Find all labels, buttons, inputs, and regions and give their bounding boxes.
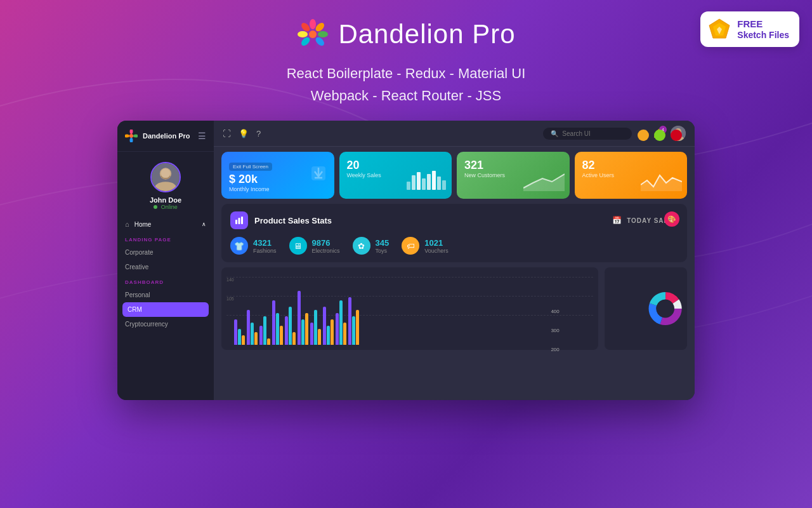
nav-label-corporate: Corporate [125,249,153,256]
bar-purple-4 [272,300,275,345]
bar-purple-6 [298,291,301,345]
window-maximize-button[interactable] [654,130,665,141]
bar-purple-8 [323,307,326,345]
bar-orange-7 [318,329,321,345]
sidebar-title: Dandelion Pro [143,132,190,140]
svg-rect-27 [417,172,421,190]
bar-group-9 [336,300,346,345]
product-stat-electronics: 🖥 9876 Electronics [289,237,340,255]
svg-marker-33 [523,174,565,191]
svg-point-3 [309,30,317,38]
expand-icon[interactable]: ⛶ [223,129,231,138]
product-stats: 👕 4321 Fashions 🖥 9876 Electronics [230,237,678,255]
vouchers-label: Vouchers [424,248,449,254]
svg-rect-31 [437,177,441,190]
bar-group-1 [234,319,245,345]
help-icon[interactable]: ? [256,129,261,138]
svg-point-10 [298,31,308,37]
donut-svg [648,277,682,340]
product-section-header: Product Sales Stats 📅 TODAY SALES 🎨 [230,211,678,229]
nav-item-creative[interactable]: Creative [117,260,214,274]
bar-orange-5 [292,332,296,345]
topbar: ⛶ 💡 ? 🔍 | 🔔 4 [214,121,695,147]
sidebar: Dandelion Pro ☰ John Doe Online [117,121,214,400]
electronics-label: Electronics [312,248,340,254]
svg-rect-29 [427,174,431,190]
vouchers-info: 1021 Vouchers [424,238,449,254]
bar-purple-10 [348,297,351,345]
window-close-button[interactable] [671,130,682,141]
chart-bar-icon [230,211,248,229]
customers-mini-chart [523,169,565,194]
stat-card-customers: 321 New Customers [457,152,570,199]
bar-orange-6 [305,313,308,345]
hamburger-icon[interactable]: ☰ [198,131,206,141]
download-icon [309,164,328,187]
header: Dandelion Pro React Boilerplate - Redux … [0,0,812,107]
nav-label-crm: CRM [128,306,142,313]
bars-container [234,272,593,345]
svg-point-15 [130,138,133,142]
toys-info: 345 Toys [376,238,390,254]
electronics-info: 9876 Electronics [312,238,340,254]
svg-rect-35 [235,220,237,224]
svg-marker-34 [641,175,682,191]
search-input[interactable] [562,130,625,137]
stat-exit-label: Exit Full Screen [229,163,272,171]
subtitle-line2: Webpack - React Router - JSS [0,84,812,107]
chevron-icon: ∧ [202,221,206,227]
donut-y-label-200: 200 [551,347,559,352]
product-sales-section: Product Sales Stats 📅 TODAY SALES 🎨 👕 43… [221,204,687,262]
svg-point-4 [310,19,316,29]
toys-label: Toys [376,248,390,254]
bar-group-3 [259,316,270,345]
stat-income-label: Monthly Income [229,186,327,192]
svg-rect-25 [407,182,410,190]
svg-rect-32 [442,180,446,190]
nav-item-crypto[interactable]: Cryptocurrency [117,317,214,331]
dashboard-inner: Dandelion Pro ☰ John Doe Online [117,121,695,400]
svg-rect-26 [412,175,416,190]
toys-icon: ✿ [353,237,370,255]
nav-item-crm[interactable]: CRM [122,302,209,317]
bar-purple-3 [259,326,263,345]
topbar-icons: ⛶ 💡 ? [223,129,261,138]
vouchers-number: 1021 [424,238,449,248]
bar-teal-9 [339,300,343,345]
svg-rect-28 [422,178,426,190]
nav-label-creative: Creative [125,264,148,271]
grid-label-140: 140 [226,277,234,282]
fashions-label: Fashions [253,248,277,254]
bar-orange-3 [267,338,270,345]
product-stat-vouchers: 🏷 1021 Vouchers [402,237,449,255]
svg-point-6 [318,31,328,37]
badge-free-label: FREE [737,18,789,30]
search-bar: 🔍 [543,128,632,140]
calendar-icon: 📅 [612,216,622,225]
badge-text-container: FREE Sketch Files [737,18,789,41]
nav-section-dashboard: DASHBOARD [117,274,214,288]
nav-item-personal[interactable]: Personal [117,288,214,302]
electronics-icon: 🖥 [289,237,307,255]
product-stat-fashions: 👕 4321 Fashions [230,237,277,255]
bar-chart: 140 105 [221,267,598,350]
fashions-info: 4321 Fashions [253,238,277,254]
bar-teal-7 [314,310,317,345]
window-minimize-button[interactable] [638,130,649,141]
sidebar-logo-icon [125,130,138,142]
bar-purple-7 [310,323,313,345]
fashions-icon: 👕 [230,237,248,255]
bar-orange-1 [242,335,245,345]
bar-orange-4 [280,326,283,345]
user-status: Online [125,204,206,210]
nav-label-crypto: Cryptocurrency [125,321,168,328]
badge-sketch-label: Sketch Files [737,30,789,41]
bar-purple-2 [247,310,250,345]
bulb-icon[interactable]: 💡 [239,129,249,138]
bar-group-7 [310,310,321,345]
nav-item-corporate[interactable]: Corporate [117,245,214,260]
bar-group-8 [323,307,334,345]
bar-orange-8 [331,319,334,345]
nav-item-home[interactable]: ⌂ Home ∧ [117,217,214,232]
sidebar-header: Dandelion Pro ☰ [117,121,214,152]
